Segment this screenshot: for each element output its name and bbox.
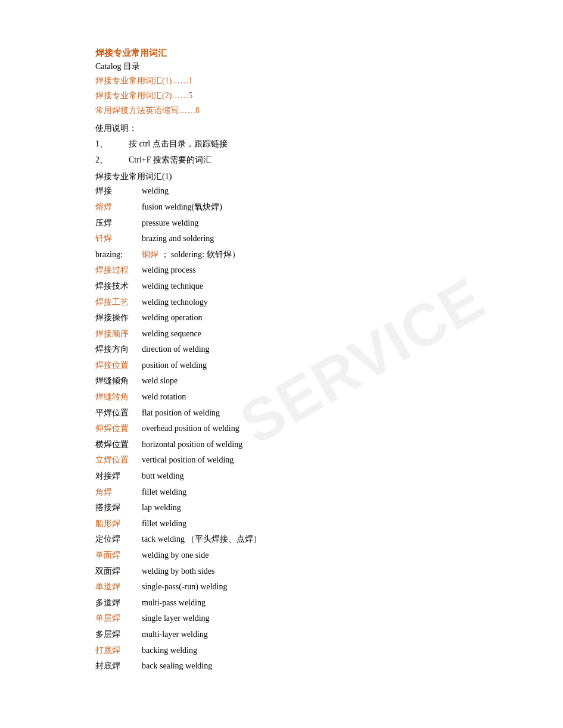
usage-text-2: Ctrl+F 搜索需要的词汇: [129, 155, 211, 164]
en-caozuo: welding operation: [142, 310, 202, 326]
en-ronghuan: fusion welding(氧炔焊): [142, 199, 222, 215]
entry-duoceng: 多层焊 multi-layer welding: [95, 627, 468, 643]
entry-chuanxing: 船形焊 fillet welding: [95, 516, 468, 532]
en-guocheng: welding process: [142, 263, 196, 279]
entry-yahuan: 压焊 pressure welding: [95, 215, 468, 232]
entry-shuangmian: 双面焊 welding by both sides: [95, 564, 468, 580]
cn-dajie: 搭接焊: [95, 500, 137, 516]
entry-qianhuan: 钎焊 brazing and soldering: [95, 231, 468, 247]
en-fangxiang: direction of welding: [142, 342, 210, 358]
en-shuangmian: welding by both sides: [142, 564, 215, 580]
entry-brazing-note: brazing: 铜焊 ； soldering: 软钎焊）: [95, 247, 468, 263]
cn-duijie: 对接焊: [95, 468, 137, 485]
cn-yanghuan: 仰焊位置: [95, 421, 137, 437]
cn-chuanxing: 船形焊: [95, 516, 137, 532]
cn-jishu: 焊接技术: [95, 279, 137, 295]
entry-guocheng: 焊接过程 welding process: [95, 263, 468, 279]
cn-hanjie: 焊接: [95, 183, 137, 199]
cn-ronghuan: 熔焊: [95, 199, 137, 215]
entry-danmian: 单面焊 welding by one side: [95, 548, 468, 564]
page-title: 焊接专业常用词汇: [95, 48, 468, 59]
cn-jiaohuan: 角焊: [95, 485, 137, 501]
entry-pinghuan: 平焊位置 flat position of welding: [95, 405, 468, 421]
en-duoceng: multi-layer welding: [142, 627, 208, 643]
usage-num-2: 2、: [95, 155, 108, 164]
toc-item-1[interactable]: 焊接专业常用词汇(1)……1: [95, 73, 468, 88]
entry-jiaohuan: 角焊 fillet welding: [95, 485, 468, 501]
cn-yahuan: 压焊: [95, 215, 137, 232]
cn-lihuan: 立焊位置: [95, 452, 137, 468]
en-pinghuan: flat position of welding: [142, 405, 220, 421]
entry-duodao: 多道焊 multi-pass welding: [95, 595, 468, 611]
cn-qingjiao: 焊缝倾角: [95, 373, 137, 389]
cn-gongyi: 焊接工艺: [95, 295, 137, 311]
entry-dandao: 单道焊 single-pass(-run) welding: [95, 579, 468, 595]
en-chuanxing: fillet welding: [142, 516, 186, 532]
en-qianhuan: brazing and soldering: [142, 231, 214, 247]
toc-section: 焊接专业常用词汇(1)……1 焊接专业常用词汇(2)……5 常用焊接方法英语缩写…: [95, 73, 468, 118]
cn-qianhuan: 钎焊: [95, 231, 137, 247]
usage-item-1: 1、 按 ctrl 点击目录，跟踪链接: [95, 136, 468, 152]
en-shunxu: welding sequence: [142, 326, 201, 342]
usage-title: 使用说明：: [95, 121, 468, 137]
cn-brazing: brazing:: [95, 247, 137, 263]
en-weizhi: position of welding: [142, 358, 207, 374]
usage-num-1: 1、: [95, 139, 108, 148]
cn-dingwei: 定位焊: [95, 532, 137, 548]
en-yahuan: pressure welding: [142, 215, 198, 232]
en-hanjie: welding: [142, 183, 169, 199]
en-gongyi: welding technology: [142, 295, 208, 311]
cn-guocheng: 焊接过程: [95, 263, 137, 279]
entry-henghuan: 横焊位置 horizontal position of welding: [95, 437, 468, 453]
cn-shuangmian: 双面焊: [95, 564, 137, 580]
cn-duodao: 多道焊: [95, 595, 137, 611]
entry-hanjie: 焊接 welding: [95, 183, 468, 199]
entry-ronghuan: 熔焊 fusion welding(氧炔焊): [95, 199, 468, 215]
entry-fangxiang: 焊接方向 direction of welding: [95, 342, 468, 358]
entry-yanghuan: 仰焊位置 overhead position of welding: [95, 421, 468, 437]
cn-caozuo: 焊接操作: [95, 310, 137, 326]
cn-fangxiang: 焊接方向: [95, 342, 137, 358]
en-fengdi: back sealing welding: [142, 658, 212, 674]
entry-dingwei: 定位焊 tack welding （平头焊接、点焊）: [95, 532, 468, 548]
toc-item-2[interactable]: 焊接专业常用词汇(2)……5: [95, 88, 468, 103]
cn-dandao: 单道焊: [95, 579, 137, 595]
entry-duijie: 对接焊 butt welding: [95, 468, 468, 485]
en-duodao: multi-pass welding: [142, 595, 206, 611]
cn-shunxu: 焊接顺序: [95, 326, 137, 342]
en-dajie: lap welding: [142, 500, 181, 516]
entries-list: 焊接 welding 熔焊 fusion welding(氧炔焊) 压焊 pre…: [95, 183, 468, 674]
cn-fengdi: 封底焊: [95, 658, 137, 674]
cn-danmian: 单面焊: [95, 548, 137, 564]
entry-gongyi: 焊接工艺 welding technology: [95, 295, 468, 311]
catalog-label: Catalog 目录: [95, 61, 468, 72]
entry-weizhi: 焊接位置 position of welding: [95, 358, 468, 374]
en-lihuan: vertical position of welding: [142, 452, 234, 468]
entry-shunxu: 焊接顺序 welding sequence: [95, 326, 468, 342]
en-danmian: welding by one side: [142, 548, 209, 564]
entry-fengdi: 封底焊 back sealing welding: [95, 658, 468, 674]
en-dandao: single-pass(-run) welding: [142, 579, 227, 595]
entry-jishu: 焊接技术 welding technique: [95, 279, 468, 295]
en-brazing: 铜焊 ； soldering: 软钎焊）: [142, 247, 240, 263]
en-dingwei: tack welding （平头焊接、点焊）: [142, 532, 262, 548]
usage-text-1: 按 ctrl 点击目录，跟踪链接: [129, 139, 228, 148]
cn-duoceng: 多层焊: [95, 627, 137, 643]
en-henghuan: horizontal position of welding: [142, 437, 242, 453]
entry-zhuanjiao: 焊缝转角 weld rotation: [95, 389, 468, 405]
cn-danceng: 单层焊: [95, 611, 137, 627]
en-zhuanjiao: weld rotation: [142, 389, 186, 405]
entry-dadi: 打底焊 backing welding: [95, 643, 468, 659]
cn-dadi: 打底焊: [95, 643, 137, 659]
section1-title: 焊接专业常用词汇(1): [95, 171, 468, 182]
toc-item-3[interactable]: 常用焊接方法英语缩写……8: [95, 103, 468, 118]
cn-pinghuan: 平焊位置: [95, 405, 137, 421]
entry-dajie: 搭接焊 lap welding: [95, 500, 468, 516]
cn-zhuanjiao: 焊缝转角: [95, 389, 137, 405]
en-qingjiao: weld slope: [142, 373, 178, 389]
en-danceng: single layer welding: [142, 611, 210, 627]
cn-weizhi: 焊接位置: [95, 358, 137, 374]
entry-danceng: 单层焊 single layer welding: [95, 611, 468, 627]
cn-henghuan: 横焊位置: [95, 437, 137, 453]
en-duijie: butt welding: [142, 468, 183, 485]
